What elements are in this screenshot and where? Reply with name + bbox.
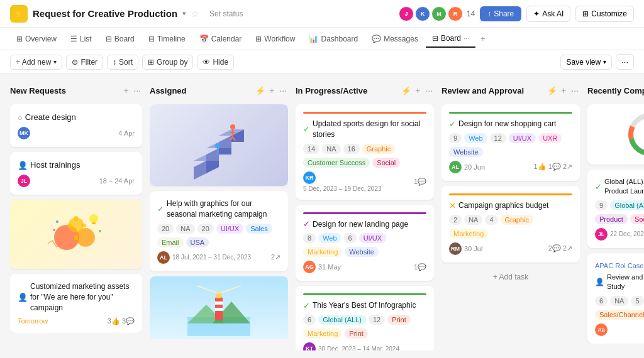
project-dropdown-btn[interactable]: ▾ xyxy=(182,9,186,18)
date-seasonal: 18 Jul, 2021 – 31 Dec, 2023 xyxy=(172,254,251,261)
tab-overview[interactable]: ⊞ Overview xyxy=(10,31,63,47)
card-breadcrumb-apac: APAC Roi Case Study › xyxy=(595,261,644,270)
column-more-assigned[interactable]: ··· xyxy=(278,84,288,97)
avatar-hero: JL xyxy=(595,228,608,241)
tab-dashboard[interactable]: 📊 Dashboard xyxy=(303,31,364,47)
svg-rect-3 xyxy=(74,216,78,221)
sort-button[interactable]: ↕ Sort xyxy=(107,55,138,70)
toolbar-left: + Add new ▾ ⊜ Filter ↕ Sort ⊞ Group by 👁… xyxy=(10,55,234,70)
card-footer-cart: AL 20 Jun 1👍 1💬 2↗ xyxy=(449,161,572,173)
card-apac-roi[interactable]: APAC Roi Case Study › 👤 Review and Appro… xyxy=(587,253,644,344)
in-progress-cards: ✓ Updated sports design for social stori… xyxy=(296,104,434,350)
toolbar: + Add new ▾ ⊜ Filter ↕ Sort ⊞ Group by 👁… xyxy=(0,50,644,74)
column-more-review[interactable]: ··· xyxy=(570,84,580,97)
tab-timeline[interactable]: ⊟ Timeline xyxy=(142,31,192,47)
tag-2-campaign: 2 xyxy=(449,215,462,225)
customize-button[interactable]: ⊞ Customize xyxy=(575,6,634,22)
card-status-landing: ✓ Design for new landing page xyxy=(303,219,426,230)
card-footer-infographic: KT 30 Dec, 2023 – 14 Mar, 2024 xyxy=(303,342,426,350)
header: ⚡ Request for Creative Production ▾ ☆ Se… xyxy=(0,0,644,28)
tag-na-campaign: NA xyxy=(464,215,482,225)
card-shopping-cart[interactable]: ✓ Design for new shopping cart 9 Web 12 … xyxy=(441,104,580,181)
tab-messages[interactable]: 💬 Messages xyxy=(365,31,425,47)
hide-icon: 👁 xyxy=(203,58,210,67)
tag-na-seasonal: NA xyxy=(176,224,194,234)
tags-landing-1: 8 Web 6 UI/UX xyxy=(303,233,426,243)
card-sports-design[interactable]: ✓ Updated sports design for social stori… xyxy=(296,104,434,200)
share-button[interactable]: ↑ Share xyxy=(480,6,521,21)
filter-button[interactable]: ⊜ Filter xyxy=(66,55,103,70)
add-new-button[interactable]: + Add new ▾ xyxy=(10,55,62,70)
date-infographic: 30 Dec, 2023 – 14 Mar, 2024 xyxy=(318,345,399,350)
card-host-trainings[interactable]: 👤 Host trainings JL 18 – 24 Apr xyxy=(10,152,142,195)
svg-line-36 xyxy=(197,286,219,293)
tab-board-active[interactable]: ⊟ Board ··· xyxy=(426,30,475,48)
hide-button[interactable]: 👁 Hide xyxy=(197,55,234,70)
tag-uiux-cart: UI/UX xyxy=(509,133,536,143)
column-assigned: Assigned ⚡ + ··· xyxy=(150,82,288,350)
tab-add-btn[interactable]: + xyxy=(477,31,489,46)
card-customized-marketing[interactable]: 👤 Customized marketing assets for "We ar… xyxy=(10,274,142,332)
tag-12-infographic: 12 xyxy=(369,315,385,325)
tags-hero-1: 9 Global (ALL) 10 Gra... xyxy=(595,200,644,210)
ask-ai-button[interactable]: ✦ Ask AI xyxy=(526,6,570,22)
card-title-marketing: Customized marketing assets for "We are … xyxy=(30,281,135,313)
card-lighthouse-image[interactable] xyxy=(150,276,288,339)
card-infographic[interactable]: ✓ This Year's Best Of Infographic 6 Glob… xyxy=(296,286,434,350)
card-footer-landing: AG 31 May 1💬 xyxy=(303,261,426,273)
column-add-review[interactable]: + xyxy=(560,84,567,97)
tab-workflow[interactable]: ⊞ Workflow xyxy=(249,31,301,47)
tag-6-apac: 6 xyxy=(595,296,608,306)
column-review-approval: Review and Approval ⚡ + ··· ✓ Design for… xyxy=(441,82,580,350)
tag-12-cart: 12 xyxy=(490,133,506,143)
save-view-button[interactable]: Save view ▾ xyxy=(560,55,612,70)
more-options-button[interactable]: ··· xyxy=(616,54,634,70)
tag-sales-seasonal: Sales xyxy=(246,224,272,234)
set-status-label[interactable]: Set status xyxy=(209,9,243,18)
column-header-review: Review and Approval ⚡ + ··· xyxy=(441,82,580,99)
column-add-assigned[interactable]: + xyxy=(268,84,275,97)
chart-container: PR xyxy=(592,109,644,160)
dashboard-icon: 📊 xyxy=(309,35,318,43)
card-create-design[interactable]: ○ Create design MK 4 Apr xyxy=(10,104,142,147)
card-chart[interactable]: PR xyxy=(587,104,644,165)
avatar-cart: AL xyxy=(449,161,462,173)
card-seasonal-marketing[interactable]: ✓ Help with graphics for our seasonal ma… xyxy=(150,191,288,271)
card-campaign-graphics[interactable]: ✕ Campaign graphics budget 2 NA 4 Graphi… xyxy=(441,186,580,263)
stairs-svg xyxy=(181,111,257,180)
stairs-illustration xyxy=(150,104,288,186)
add-task-review[interactable]: + Add task xyxy=(441,268,580,286)
tags-sports-2: Customer Success Social xyxy=(303,158,426,168)
check-icon-cart: ✓ xyxy=(449,119,456,129)
column-add-new-requests[interactable]: + xyxy=(122,84,130,97)
column-add-in-progress[interactable]: + xyxy=(414,84,421,97)
tab-calendar[interactable]: 📅 Calendar xyxy=(193,31,248,47)
card-status-infographic: ✓ This Year's Best Of Infographic xyxy=(303,300,426,311)
tag-cs-sports: Customer Success xyxy=(303,158,370,168)
tag-global-infographic: Global (ALL) xyxy=(318,315,366,325)
tag-graphic-sports: Graphic xyxy=(362,144,396,154)
column-more-in-progress[interactable]: ··· xyxy=(424,84,434,97)
tab-board[interactable]: ⊟ Board xyxy=(99,31,141,47)
tab-list[interactable]: ☰ List xyxy=(64,31,98,47)
date-cart: 20 Jun xyxy=(464,163,485,171)
tags-campaign-2: Marketing xyxy=(449,229,572,239)
card-landing-page[interactable]: ✓ Design for new landing page 8 Web 6 UI… xyxy=(296,205,434,281)
card-stairs-image[interactable] xyxy=(150,104,288,186)
tag-website-landing: Website xyxy=(345,247,379,257)
column-more-new-requests[interactable]: ··· xyxy=(132,84,142,97)
tag-6-landing: 6 xyxy=(344,233,357,243)
card-title-seasonal: Help with graphics for our seasonal mark… xyxy=(167,198,280,220)
card-global-hero[interactable]: ✓ Global (ALL), Hero Image for Product L… xyxy=(587,170,644,248)
svg-rect-32 xyxy=(215,301,223,305)
star-btn[interactable]: ☆ xyxy=(191,9,199,19)
column-title-in-progress: In Progress/Active xyxy=(296,86,367,95)
color-bar-campaign xyxy=(449,193,572,195)
card-status-apac: 👤 Review and Approve - APAC Case Study xyxy=(595,273,644,292)
card-image-gears[interactable] xyxy=(10,200,142,269)
tag-marketing-landing: Marketing xyxy=(303,247,342,257)
card-footer-seasonal: AL 18 Jul, 2021 – 31 Dec, 2023 2↗ xyxy=(157,251,280,264)
board: New Requests + ··· ○ Create design MK 4 … xyxy=(0,74,644,358)
tag-5-apac: 5 xyxy=(631,296,643,306)
group-by-button[interactable]: ⊞ Group by xyxy=(142,55,193,70)
